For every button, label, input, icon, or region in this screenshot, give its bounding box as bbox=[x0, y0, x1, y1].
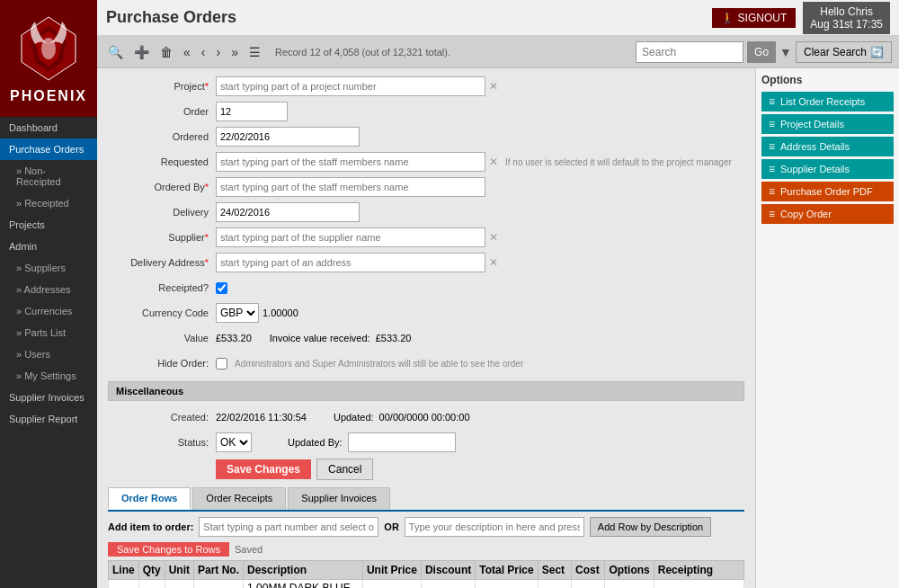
order-table: LineQtyUnitPart No.DescriptionUnit Price… bbox=[108, 560, 744, 588]
description-input[interactable] bbox=[405, 517, 584, 537]
project-clear-icon[interactable]: ✕ bbox=[489, 80, 498, 93]
svg-point-3 bbox=[41, 38, 56, 59]
ordered-input[interactable] bbox=[216, 127, 360, 147]
created-label: Created: bbox=[108, 412, 216, 423]
save-button[interactable]: Save Changes bbox=[216, 459, 311, 479]
sidebar-item---currencies[interactable]: » Currencies bbox=[0, 300, 97, 322]
delivery-address-label: Delivery Address bbox=[108, 257, 216, 268]
currency-select[interactable]: GBP bbox=[216, 303, 259, 323]
save-changes-rows-button[interactable]: Save Changes to Rows bbox=[108, 542, 229, 557]
page-title: Purchase Orders bbox=[106, 8, 236, 27]
sidebar: PHOENIX DashboardPurchase Orders» Non-Re… bbox=[0, 0, 97, 588]
status-label: Status: bbox=[108, 437, 216, 448]
tab-order-rows[interactable]: Order Rows bbox=[108, 487, 191, 510]
btn-icon: ≡ bbox=[769, 163, 775, 175]
project-input[interactable] bbox=[216, 76, 485, 96]
or-label: OR bbox=[384, 521, 399, 532]
add-button[interactable]: ➕ bbox=[130, 43, 153, 61]
option-purchase-order-pdf-button[interactable]: ≡Purchase Order PDF bbox=[761, 182, 894, 201]
first-button[interactable]: « bbox=[180, 43, 194, 61]
record-info: Record 12 of 4,058 (out of 12,321 total)… bbox=[275, 47, 450, 58]
part-number-input[interactable] bbox=[199, 517, 378, 537]
sidebar-item-purchase-orders[interactable]: Purchase Orders bbox=[0, 138, 97, 160]
ordered-by-input[interactable] bbox=[216, 177, 485, 197]
delivery-address-input[interactable] bbox=[216, 253, 485, 272]
sidebar-item---parts-list[interactable]: » Parts List bbox=[0, 322, 97, 343]
value-label: Value bbox=[108, 333, 216, 343]
sidebar-item-supplier-invoices[interactable]: Supplier Invoices bbox=[0, 387, 97, 408]
prev-button[interactable]: ‹ bbox=[198, 43, 209, 61]
sidebar-item---suppliers[interactable]: » Suppliers bbox=[0, 257, 97, 279]
option-copy-order-button[interactable]: ≡Copy Order bbox=[761, 204, 894, 224]
misc-section-header: Miscellaneous bbox=[108, 381, 744, 401]
header-right: 🚶 SIGNOUT Hello Chris Aug 31st 17:35 bbox=[712, 2, 890, 34]
option-supplier-details-button[interactable]: ≡Supplier Details bbox=[761, 159, 894, 179]
ordered-by-label: Ordered By bbox=[108, 182, 216, 192]
sidebar-item---non-receipted[interactable]: » Non-Receipted bbox=[0, 160, 97, 192]
delete-button[interactable]: 🗑 bbox=[156, 43, 176, 61]
top-header: Purchase Orders 🚶 SIGNOUT Hello Chris Au… bbox=[97, 0, 899, 36]
sidebar-item-projects[interactable]: Projects bbox=[0, 214, 97, 236]
sidebar-item---users[interactable]: » Users bbox=[0, 343, 97, 365]
order-input[interactable] bbox=[216, 102, 288, 121]
sidebar-item---my-settings[interactable]: » My Settings bbox=[0, 365, 97, 387]
sidebar-item---addresses[interactable]: » Addresses bbox=[0, 279, 97, 300]
supplier-clear-icon[interactable]: ✕ bbox=[489, 231, 498, 244]
sidebar-item-supplier-report[interactable]: Supplier Report bbox=[0, 408, 97, 430]
delivery-label: Delivery bbox=[108, 207, 216, 218]
logo-text: PHOENIX bbox=[10, 88, 87, 104]
cell-unit_price: ████ bbox=[362, 580, 421, 589]
add-item-label: Add item to order: bbox=[108, 521, 193, 532]
delivery-input[interactable] bbox=[216, 202, 360, 222]
requested-clear-icon[interactable]: ✕ bbox=[489, 156, 498, 168]
currency-row: Currency Code GBP 1.00000 bbox=[108, 302, 744, 324]
cancel-button[interactable]: Cancel bbox=[316, 459, 373, 480]
search-box: Go ▼ Clear Search 🔄 bbox=[636, 41, 892, 63]
option-address-details-button[interactable]: ≡Address Details bbox=[761, 137, 894, 156]
updated-by-input[interactable] bbox=[348, 432, 456, 452]
supplier-input[interactable] bbox=[216, 227, 485, 247]
cell-total_price: ████ bbox=[476, 580, 538, 589]
receipted-checkbox[interactable] bbox=[216, 282, 227, 294]
options-buttons: ≡List Order Receipts≡Project Details≡Add… bbox=[761, 92, 894, 224]
project-row: Project ✕ bbox=[108, 76, 744, 97]
go-button[interactable]: Go bbox=[747, 41, 776, 63]
cell-description: 1.00MM DARK BLUE TRIRATED CABLE 15 X 100… bbox=[244, 580, 363, 589]
cell-receipt: Receipt Row (15) bbox=[654, 580, 743, 589]
add-by-description-button[interactable]: Add Row by Description bbox=[590, 517, 711, 537]
search-button[interactable]: 🔍 bbox=[104, 43, 127, 61]
hide-order-checkbox[interactable] bbox=[216, 358, 227, 370]
cell-part_no bbox=[194, 580, 244, 589]
tabs-area: Order RowsOrder ReceiptsSupplier Invoice… bbox=[108, 487, 744, 512]
tab-bar: Order RowsOrder ReceiptsSupplier Invoice… bbox=[108, 487, 744, 512]
add-item-row: Add item to order: OR Add Row by Descrip… bbox=[108, 517, 744, 537]
col-options: Options bbox=[605, 561, 654, 580]
next-button[interactable]: › bbox=[212, 43, 224, 61]
order-rows-content: Add item to order: OR Add Row by Descrip… bbox=[108, 517, 744, 588]
col-description: Description bbox=[244, 561, 363, 580]
sidebar-item-dashboard[interactable]: Dashboard bbox=[0, 117, 97, 138]
cell-line: 1 bbox=[109, 580, 139, 589]
person-icon: 🚶 bbox=[721, 12, 734, 24]
last-button[interactable]: » bbox=[227, 43, 242, 61]
signout-button[interactable]: 🚶 SIGNOUT bbox=[712, 8, 797, 28]
requested-input[interactable] bbox=[216, 152, 485, 172]
sidebar-item---receipted[interactable]: » Receipted bbox=[0, 192, 97, 214]
cell-cost: ████ bbox=[572, 580, 605, 589]
menu-button[interactable]: ☰ bbox=[245, 43, 264, 61]
hide-order-hint: Administrators and Super Administrators … bbox=[235, 359, 523, 369]
requested-label: Requested bbox=[108, 156, 216, 167]
delivery-address-clear-icon[interactable]: ✕ bbox=[489, 256, 498, 269]
delivery-row: Delivery bbox=[108, 201, 744, 223]
tab-supplier-invoices[interactable]: Supplier Invoices bbox=[288, 487, 390, 510]
option-project-details-button[interactable]: ≡Project Details bbox=[761, 114, 894, 134]
order-label: Order bbox=[108, 106, 216, 117]
btn-icon: ≡ bbox=[769, 208, 775, 220]
status-select[interactable]: OK bbox=[216, 432, 252, 452]
search-input[interactable] bbox=[636, 41, 743, 63]
option-list-order-receipts-button[interactable]: ≡List Order Receipts bbox=[761, 92, 894, 111]
sidebar-item-admin[interactable]: Admin bbox=[0, 236, 97, 257]
nav: DashboardPurchase Orders» Non-Receipted»… bbox=[0, 117, 97, 430]
tab-order-receipts[interactable]: Order Receipts bbox=[192, 487, 286, 510]
clear-search-button[interactable]: Clear Search 🔄 bbox=[796, 41, 892, 63]
